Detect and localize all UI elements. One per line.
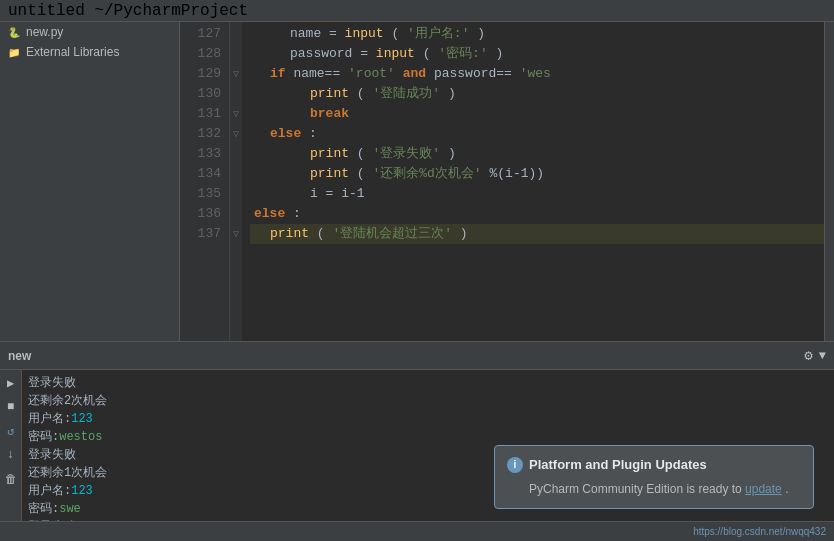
- code-line-136: else :: [250, 204, 824, 224]
- output-line-1: 登录失败: [28, 374, 828, 392]
- run-clear-icon[interactable]: 🗑: [2, 470, 20, 488]
- main-content: 🐍 new.py 📁 External Libraries 127 128 12…: [0, 22, 834, 341]
- line-num-129: 129: [180, 64, 221, 84]
- fold-134: [230, 164, 242, 184]
- code-line-132: else :: [250, 124, 824, 144]
- output-line-4: 密码:westos: [28, 428, 828, 446]
- fold-136: [230, 204, 242, 224]
- fold-131[interactable]: ▽: [230, 104, 242, 124]
- code-line-130: print ( '登陆成功' ): [250, 84, 824, 104]
- output-line-3: 用户名:123: [28, 410, 828, 428]
- code-lines[interactable]: name = input ( '用户名:' ) password = input…: [242, 22, 824, 341]
- fold-132[interactable]: ▽: [230, 124, 242, 144]
- run-panel: new ⚙ ▼ ▶ ■ ↺ ↓ 🗑 登录失败 还剩余2次机会 用户名:123 密…: [0, 341, 834, 541]
- notification-title: Platform and Plugin Updates: [529, 456, 707, 474]
- line-num-127: 127: [180, 24, 221, 44]
- sidebar-item-libraries[interactable]: 📁 External Libraries: [0, 42, 179, 62]
- notification-period: .: [785, 482, 788, 496]
- code-line-127: name = input ( '用户名:' ): [250, 24, 824, 44]
- editor-area: 127 128 129 130 131 132 133 134 135 136 …: [180, 22, 834, 341]
- code-container: 127 128 129 130 131 132 133 134 135 136 …: [180, 22, 834, 341]
- file-icon: 🐍: [6, 24, 22, 40]
- code-line-135: i = i-1: [250, 184, 824, 204]
- run-header: new ⚙ ▼: [0, 342, 834, 370]
- sidebar-libraries-label: External Libraries: [26, 45, 119, 59]
- line-num-137: 137: [180, 224, 221, 244]
- line-num-131: 131: [180, 104, 221, 124]
- run-down-icon[interactable]: ↓: [2, 446, 20, 464]
- info-icon: i: [507, 457, 523, 473]
- fold-129[interactable]: ▽: [230, 64, 242, 84]
- top-bar: untitled ~/PycharmProject: [0, 0, 834, 22]
- run-options-icon[interactable]: ▼: [819, 349, 826, 363]
- fold-133: [230, 144, 242, 164]
- line-num-130: 130: [180, 84, 221, 104]
- code-line-128: password = input ( '密码:' ): [250, 44, 824, 64]
- bottom-status-bar: https://blog.csdn.net/nwqq432: [0, 521, 834, 541]
- scrollbar-right[interactable]: [824, 22, 834, 341]
- line-num-134: 134: [180, 164, 221, 184]
- run-stop-icon[interactable]: ■: [2, 398, 20, 416]
- fold-130: [230, 84, 242, 104]
- run-panel-title: new: [8, 349, 804, 363]
- fold-128: [230, 44, 242, 64]
- code-line-131: break: [250, 104, 824, 124]
- fold-127: [230, 24, 242, 44]
- code-line-129: if name== 'root' and password== 'wes: [250, 64, 824, 84]
- sidebar-item-file[interactable]: 🐍 new.py: [0, 22, 179, 42]
- fold-markers: ▽ ▽ ▽ ▽: [230, 22, 242, 341]
- run-rerun-icon[interactable]: ↺: [2, 422, 20, 440]
- fold-135: [230, 184, 242, 204]
- line-num-135: 135: [180, 184, 221, 204]
- line-num-128: 128: [180, 44, 221, 64]
- bottom-url[interactable]: https://blog.csdn.net/nwqq432: [693, 526, 826, 537]
- settings-icon[interactable]: ⚙: [804, 347, 812, 364]
- line-num-133: 133: [180, 144, 221, 164]
- notification-text: PyCharm Community Edition is ready to: [529, 482, 745, 496]
- run-body: ▶ ■ ↺ ↓ 🗑 登录失败 还剩余2次机会 用户名:123 密码:westos…: [0, 370, 834, 521]
- notification-header: i Platform and Plugin Updates: [507, 456, 801, 474]
- sidebar-file-label: new.py: [26, 25, 63, 39]
- run-play-icon[interactable]: ▶: [2, 374, 20, 392]
- notification-popup: i Platform and Plugin Updates PyCharm Co…: [494, 445, 814, 509]
- notification-update-link[interactable]: update: [745, 482, 782, 496]
- run-output: 登录失败 还剩余2次机会 用户名:123 密码:westos 登录失败 还剩余1…: [22, 370, 834, 521]
- output-line-9: 登录失败: [28, 518, 828, 521]
- code-line-137: print ( '登陆机会超过三次' ): [250, 224, 824, 244]
- code-line-133: print ( '登录失败' ): [250, 144, 824, 164]
- line-numbers: 127 128 129 130 131 132 133 134 135 136 …: [180, 22, 230, 341]
- window-title: untitled ~/PycharmProject: [8, 2, 248, 20]
- fold-137[interactable]: ▽: [230, 224, 242, 244]
- folder-icon: 📁: [6, 44, 22, 60]
- notification-body: PyCharm Community Edition is ready to up…: [507, 480, 801, 498]
- sidebar: 🐍 new.py 📁 External Libraries: [0, 22, 180, 341]
- output-line-2: 还剩余2次机会: [28, 392, 828, 410]
- run-sidebar-icons: ▶ ■ ↺ ↓ 🗑: [0, 370, 22, 521]
- line-num-132: 132: [180, 124, 221, 144]
- line-num-136: 136: [180, 204, 221, 224]
- code-line-134: print ( '还剩余%d次机会' %(i-1)): [250, 164, 824, 184]
